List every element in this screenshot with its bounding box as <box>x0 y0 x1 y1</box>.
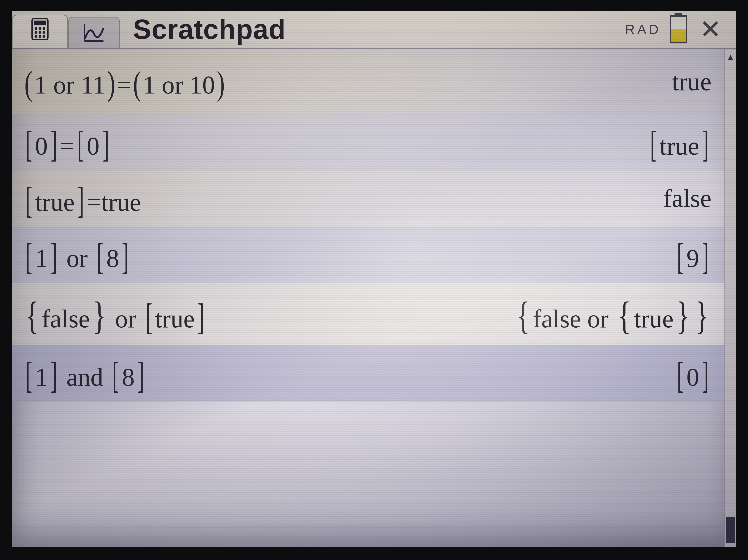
history-output: [0] <box>674 352 711 395</box>
svg-point-10 <box>43 35 45 38</box>
svg-point-2 <box>35 27 38 30</box>
svg-point-4 <box>43 27 45 30</box>
toolbar: Scratchpad RAD ✕ <box>12 11 736 49</box>
svg-point-8 <box>35 35 38 38</box>
graph-icon <box>82 22 106 43</box>
history-panel: (1 or 11)=(1 or 10) true [0]=[0] [true] … <box>12 49 724 547</box>
screen: Scratchpad RAD ✕ (1 or 11)=(1 or 10) tru… <box>12 11 736 547</box>
history-row[interactable]: [1] and [8] [0] <box>12 345 724 401</box>
history-row[interactable]: (1 or 11)=(1 or 10) true <box>12 49 724 114</box>
calculator-icon <box>30 17 50 46</box>
svg-point-6 <box>39 31 41 34</box>
scrollbar[interactable]: ▲ <box>724 49 736 547</box>
history-output: [9] <box>674 234 711 276</box>
svg-point-7 <box>43 31 45 34</box>
tab-calculator[interactable] <box>12 15 68 48</box>
history-input: (1 or 11)=(1 or 10) <box>23 62 227 102</box>
history-row[interactable]: [0]=[0] [true] <box>12 114 724 170</box>
svg-point-5 <box>35 31 38 34</box>
page-title: Scratchpad <box>120 11 625 48</box>
close-icon[interactable]: ✕ <box>696 14 725 44</box>
history-output: [true] <box>647 121 711 164</box>
battery-icon <box>670 15 687 43</box>
history-input: [1] and [8] <box>23 352 147 395</box>
angle-mode-indicator[interactable]: RAD <box>625 22 661 37</box>
device-bezel: Scratchpad RAD ✕ (1 or 11)=(1 or 10) tru… <box>0 0 748 560</box>
history-input: {false} or [true] <box>23 291 207 337</box>
history-row[interactable]: [1] or [8] [9] <box>12 226 724 283</box>
history-output: {false or {true}} <box>514 291 711 337</box>
history-input: [1] or [8] <box>23 234 131 276</box>
history-row[interactable]: [true]=true false <box>12 170 724 226</box>
tab-graph[interactable] <box>68 17 120 48</box>
history-output: true <box>672 67 711 97</box>
history-input: [0]=[0] <box>23 121 112 164</box>
svg-point-9 <box>39 35 41 38</box>
history-input: [true]=true <box>23 177 141 220</box>
status-area: RAD ✕ <box>625 11 730 48</box>
scroll-thumb[interactable] <box>726 517 735 543</box>
history-row[interactable]: {false} or [true] {false or {true}} <box>12 283 724 345</box>
scroll-up-icon[interactable]: ▲ <box>725 52 736 63</box>
svg-point-3 <box>39 27 41 30</box>
history-output: false <box>663 184 711 213</box>
svg-rect-1 <box>34 21 46 25</box>
